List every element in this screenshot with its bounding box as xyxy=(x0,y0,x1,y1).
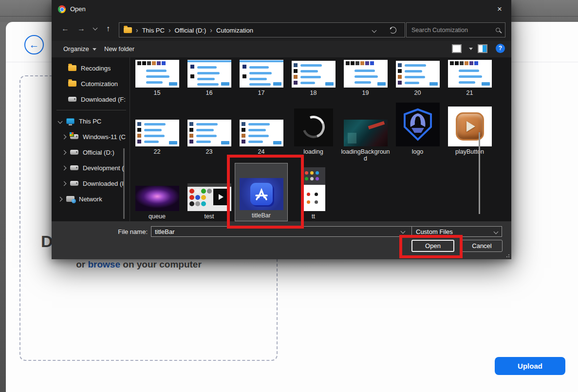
file-item-loading[interactable]: loading xyxy=(287,101,339,162)
expander-chevron-icon[interactable] xyxy=(62,150,67,155)
preview-pane-button[interactable] xyxy=(478,44,487,53)
organize-menu[interactable]: Organize xyxy=(63,45,96,53)
sidebar-item-label: Official (D:) xyxy=(83,149,114,156)
file-item-tt[interactable]: tt xyxy=(287,163,339,221)
file-thumbnail-shot-c xyxy=(187,120,231,146)
file-thumbnail-shot-a xyxy=(344,60,388,88)
sidebar-item-network[interactable]: Network xyxy=(52,191,131,207)
expander-chevron-icon[interactable] xyxy=(62,165,67,170)
file-item-17[interactable]: 17 xyxy=(235,59,287,96)
file-thumbnail-logo xyxy=(396,103,440,146)
file-item-18[interactable]: 18 xyxy=(287,59,339,96)
dropzone-hint-text: D xyxy=(41,232,53,251)
file-thumbnail-artwork xyxy=(344,120,388,146)
file-item-logo[interactable]: logo xyxy=(392,101,444,162)
dialog-title: Open xyxy=(70,5,86,13)
file-label: 19 xyxy=(362,89,369,96)
expander-chevron-icon[interactable] xyxy=(58,119,63,124)
file-type-chevron-icon xyxy=(494,229,499,234)
nav-up-button[interactable]: ↑ xyxy=(106,24,110,33)
sidebar-section-divider xyxy=(56,110,126,110)
expander-chevron-icon[interactable] xyxy=(62,181,67,186)
file-label: 15 xyxy=(154,89,161,96)
resize-grip[interactable] xyxy=(505,253,509,257)
file-item-19[interactable]: 19 xyxy=(339,59,392,96)
recent-locations-chevron-icon[interactable] xyxy=(93,26,98,31)
refresh-icon[interactable] xyxy=(390,27,396,34)
file-thumbnail-shot-a xyxy=(135,60,179,88)
file-thumbnail-shot-b xyxy=(187,60,231,88)
sidebar-item-label: Cutomization xyxy=(81,80,118,88)
close-button[interactable]: × xyxy=(493,2,506,16)
browse-hint-line: or browse on your computer xyxy=(29,259,248,270)
file-item-15[interactable]: 15 xyxy=(131,59,183,96)
file-label: loading xyxy=(303,148,323,155)
sidebar-item-label: Windows-11 (C xyxy=(83,133,126,141)
file-item-test[interactable]: test xyxy=(183,163,235,221)
new-folder-button[interactable]: New folder xyxy=(104,45,134,53)
breadcrumb-item[interactable]: Official (D:) xyxy=(175,27,206,34)
file-label: 22 xyxy=(154,148,161,155)
file-grid-row: 15161718192021 xyxy=(131,59,496,96)
file-label: test xyxy=(204,213,214,220)
search-box[interactable]: Search Cutomization xyxy=(406,22,505,37)
view-mode-caret-icon[interactable] xyxy=(469,48,473,50)
sidebar-item-official-d[interactable]: Official (D:) xyxy=(52,144,131,160)
file-item-23[interactable]: 23 xyxy=(183,101,235,162)
file-item-20[interactable]: 20 xyxy=(392,59,444,96)
file-name-label: File name: xyxy=(115,228,148,235)
sidebar-item-windows-11-c[interactable]: Windows-11 (C xyxy=(52,129,131,144)
file-item-16[interactable]: 16 xyxy=(183,59,235,96)
file-type-select[interactable]: Custom Files xyxy=(411,226,502,237)
sidebar-item-label: Downloaded (I xyxy=(83,180,124,187)
file-label: tt xyxy=(312,213,315,220)
sidebar-item-label: Network xyxy=(79,196,102,203)
sidebar-item-recodings[interactable]: Recodings xyxy=(52,60,131,76)
help-button[interactable]: ? xyxy=(496,44,505,53)
folder-icon xyxy=(68,81,76,87)
search-placeholder: Search Cutomization xyxy=(411,27,496,34)
drive-win-icon xyxy=(70,134,78,139)
dialog-body: RecodingsCutomizationDownloaded (F:This … xyxy=(52,57,511,221)
file-item-24[interactable]: 24 xyxy=(235,101,287,162)
folder-icon xyxy=(68,65,76,71)
hooded-logo-graphic xyxy=(402,107,434,142)
sidebar-item-cutomization[interactable]: Cutomization xyxy=(52,76,131,91)
file-thumbnail-queue xyxy=(135,186,179,211)
breadcrumb-item[interactable]: This PC xyxy=(142,27,165,34)
breadcrumb-item[interactable]: Cutomization xyxy=(216,27,253,34)
file-item-titlebar[interactable]: titleBar xyxy=(235,163,287,221)
upload-button[interactable]: Upload xyxy=(495,357,565,375)
file-item-playbutton[interactable]: playButton xyxy=(444,101,496,162)
back-button[interactable]: ← xyxy=(24,35,44,54)
file-grid-scrollbar[interactable] xyxy=(479,132,480,214)
sidebar-item-label: This PC xyxy=(79,118,101,125)
file-item-21[interactable]: 21 xyxy=(444,59,496,96)
nav-forward-button[interactable]: → xyxy=(77,24,85,33)
browse-link[interactable]: browse xyxy=(88,259,120,269)
view-mode-button[interactable] xyxy=(452,44,462,53)
page-left-margin xyxy=(0,22,6,392)
address-bar[interactable]: ›This PC›Official (D:)›Cutomization xyxy=(119,22,405,37)
breadcrumb: ›This PC›Official (D:)›Cutomization xyxy=(132,26,253,34)
sidebar-item-downloaded-f[interactable]: Downloaded (F: xyxy=(52,91,131,107)
expander-chevron-icon[interactable] xyxy=(62,134,67,139)
file-item-loadingbackground[interactable]: loadingBackground xyxy=(339,101,392,162)
file-label: 23 xyxy=(206,148,213,155)
file-item-queue[interactable]: queue xyxy=(131,163,183,221)
sidebar-item-label: Downloaded (F: xyxy=(81,96,126,103)
file-item-22[interactable]: 22 xyxy=(131,101,183,162)
cancel-button[interactable]: Cancel xyxy=(461,240,503,252)
file-thumbnail-appstore xyxy=(240,178,283,210)
nav-back-button[interactable]: ← xyxy=(61,24,69,33)
expander-chevron-icon[interactable] xyxy=(58,196,63,201)
sidebar-item-downloaded-i[interactable]: Downloaded (I xyxy=(52,176,131,191)
search-icon xyxy=(496,28,500,32)
sidebar-item-development[interactable]: Development ( xyxy=(52,160,131,176)
crumb-separator-icon: › xyxy=(136,26,138,34)
sidebar-item-this-pc[interactable]: This PC xyxy=(52,113,131,129)
open-button[interactable]: Open xyxy=(411,240,454,252)
file-name-input[interactable] xyxy=(151,226,412,237)
file-thumbnail-play xyxy=(448,107,492,146)
file-label: titleBar xyxy=(252,212,271,219)
